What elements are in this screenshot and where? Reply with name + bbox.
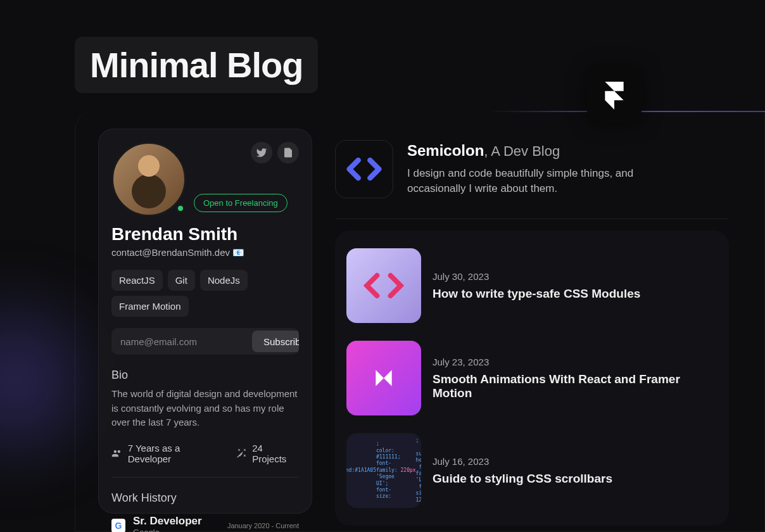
profile-card: Open to Freelancing Brendan Smith contac… bbox=[98, 129, 312, 514]
post-item[interactable]: July 23, 2023 Smooth Animations With Rea… bbox=[344, 332, 720, 424]
work-history-label: Work History bbox=[111, 491, 299, 505]
code-icon bbox=[346, 151, 382, 187]
profile-name: Brendan Smith bbox=[111, 224, 299, 244]
post-thumbnail bbox=[346, 248, 421, 323]
skill-tag[interactable]: Git bbox=[168, 270, 195, 291]
post-item[interactable]: background: #1A1A05;color: #111111;font-… bbox=[344, 424, 720, 517]
bio-text: The world of digital design and developm… bbox=[111, 387, 299, 430]
post-thumbnail bbox=[346, 341, 421, 415]
post-thumbnail: background: #1A1A05;color: #111111;font-… bbox=[346, 433, 421, 508]
work-dates: January 2020 - Current bbox=[227, 522, 299, 529]
avatar[interactable] bbox=[111, 142, 186, 217]
document-icon bbox=[282, 147, 294, 158]
person-icon bbox=[111, 448, 123, 459]
resume-button[interactable] bbox=[277, 142, 299, 163]
skill-tag[interactable]: NodeJs bbox=[200, 270, 248, 291]
framer-logo-badge bbox=[587, 68, 642, 123]
skill-tags: ReactJS Git NodeJs Framer Motion bbox=[111, 270, 299, 317]
status-online-icon bbox=[176, 204, 185, 213]
twitter-icon bbox=[256, 147, 267, 158]
blog-logo bbox=[335, 140, 393, 198]
skill-tag[interactable]: ReactJS bbox=[111, 270, 163, 291]
post-date: July 30, 2023 bbox=[433, 271, 640, 282]
blog-description: I design and code beautifully simple thi… bbox=[407, 166, 673, 196]
email-input[interactable] bbox=[111, 328, 250, 355]
post-item[interactable]: July 30, 2023 How to write type-safe CSS… bbox=[344, 239, 720, 332]
stat-experience: 7 Years as a Developer bbox=[111, 443, 224, 464]
framer-icon bbox=[600, 82, 628, 110]
twitter-button[interactable] bbox=[251, 142, 272, 163]
post-title: Guide to styling CSS scrollbars bbox=[433, 472, 612, 486]
page-title: Minimal Blog bbox=[75, 37, 318, 93]
posts-list: July 30, 2023 How to write type-safe CSS… bbox=[335, 231, 729, 526]
skill-tag[interactable]: Framer Motion bbox=[111, 296, 189, 317]
subscribe-button[interactable]: Subscribe bbox=[252, 331, 299, 352]
post-date: July 23, 2023 bbox=[433, 357, 718, 367]
motion-icon bbox=[372, 366, 396, 390]
profile-email: contact@BrendanSmith.dev 📧 bbox=[111, 247, 299, 258]
blog-title: Semicolon, A Dev Blog bbox=[407, 142, 673, 160]
post-date: July 16, 2023 bbox=[433, 456, 612, 467]
company-logo-google: G bbox=[111, 519, 125, 532]
bio-label: Bio bbox=[111, 369, 299, 382]
freelance-badge: Open to Freelancing bbox=[194, 194, 288, 212]
work-company: Google bbox=[133, 528, 220, 533]
stat-projects: 24 Projects bbox=[236, 443, 299, 464]
wand-icon bbox=[236, 448, 247, 459]
post-title: Smooth Animations With React and Framer … bbox=[433, 372, 718, 400]
code-icon bbox=[364, 270, 404, 301]
work-role: Sr. Developer bbox=[133, 515, 220, 528]
work-item: G Sr. Developer Google January 2020 - Cu… bbox=[111, 515, 299, 533]
post-title: How to write type-safe CSS Modules bbox=[433, 287, 640, 301]
